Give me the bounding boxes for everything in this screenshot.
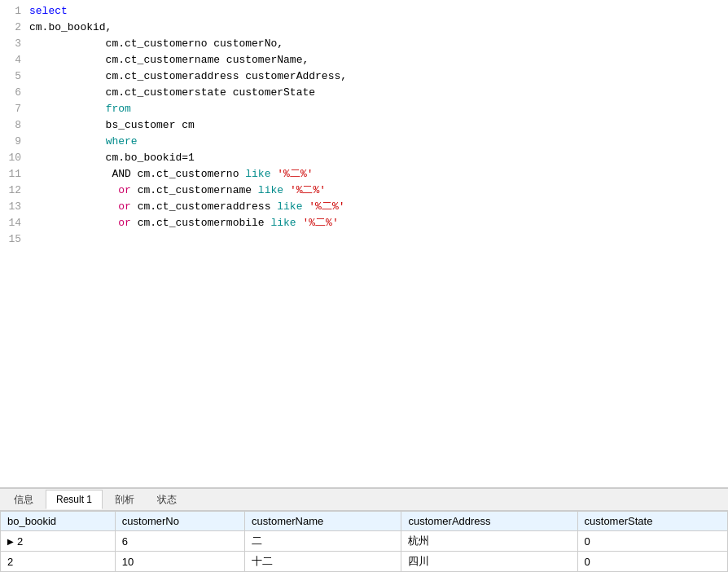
- code-line: 12 or cm.ct_customername like '%二%': [0, 183, 728, 199]
- line-content: cm.ct_customerstate customerState: [29, 85, 728, 101]
- table-cell: 0: [577, 552, 727, 572]
- code-line: 1select: [0, 3, 728, 20]
- table-cell: 10: [115, 552, 244, 572]
- line-content: cm.ct_customerno customerNo,: [29, 36, 728, 52]
- code-line: 5 cm.ct_customeraddress customerAddress,: [0, 68, 728, 85]
- line-number: 10: [0, 150, 29, 166]
- code-line: 11 AND cm.ct_customerno like '%二%': [0, 166, 728, 183]
- column-header-bo_bookid: bo_bookid: [1, 512, 116, 531]
- table-cell: 6: [115, 531, 244, 552]
- code-line: 6 cm.ct_customerstate customerState: [0, 85, 728, 101]
- table-row[interactable]: 210十二四川0: [1, 552, 728, 572]
- line-content: or cm.ct_customermobile like '%二%': [29, 215, 728, 231]
- line-number: 4: [0, 52, 29, 68]
- column-header-customername: customerName: [245, 512, 401, 531]
- line-content: cm.ct_customername customerName,: [29, 52, 728, 68]
- line-number: 3: [0, 36, 29, 52]
- code-line: 9 where: [0, 134, 728, 150]
- line-content: from: [29, 101, 728, 117]
- line-number: 12: [0, 183, 29, 199]
- line-content: cm.ct_customeraddress customerAddress,: [29, 68, 728, 85]
- column-header-customerstate: customerState: [577, 512, 727, 531]
- line-content: AND cm.ct_customerno like '%二%': [29, 166, 728, 183]
- code-line: 2cm.bo_bookid,: [0, 20, 728, 36]
- line-content: or cm.ct_customername like '%二%': [29, 183, 728, 199]
- row-arrow-icon: ▶: [7, 537, 14, 546]
- table-row[interactable]: ▶26二杭州0: [1, 531, 728, 552]
- table-cell: 2: [1, 552, 116, 572]
- code-editor[interactable]: 1select2cm.bo_bookid,3 cm.ct_customerno …: [0, 0, 728, 488]
- line-content: where: [29, 134, 728, 150]
- code-line: 14 or cm.ct_customermobile like '%二%': [0, 215, 728, 231]
- line-content: cm.bo_bookid,: [29, 20, 728, 36]
- line-number: 14: [0, 215, 29, 231]
- line-number: 5: [0, 68, 29, 85]
- line-content: cm.bo_bookid=1: [29, 150, 728, 166]
- code-line: 3 cm.ct_customerno customerNo,: [0, 36, 728, 52]
- tab-result-1[interactable]: Result 1: [46, 490, 103, 509]
- line-content: bs_customer cm: [29, 117, 728, 134]
- code-line: 7 from: [0, 101, 728, 117]
- code-line: 15: [0, 231, 728, 248]
- table-cell: 杭州: [401, 531, 577, 552]
- line-content: or cm.ct_customeraddress like '%二%': [29, 199, 728, 215]
- table-cell: 0: [577, 531, 727, 552]
- result-area[interactable]: bo_bookidcustomerNocustomerNamecustomerA…: [0, 511, 728, 572]
- code-line: 8 bs_customer cm: [0, 117, 728, 134]
- line-number: 13: [0, 199, 29, 215]
- table-cell: ▶2: [1, 531, 116, 552]
- line-number: 15: [0, 231, 29, 248]
- table-cell: 四川: [401, 552, 577, 572]
- line-number: 6: [0, 85, 29, 101]
- table-cell: 二: [245, 531, 401, 552]
- column-header-customeraddress: customerAddress: [401, 512, 577, 531]
- code-line: 13 or cm.ct_customeraddress like '%二%': [0, 199, 728, 215]
- line-number: 7: [0, 101, 29, 117]
- tab-状态[interactable]: 状态: [147, 490, 187, 509]
- code-line: 10 cm.bo_bookid=1: [0, 150, 728, 166]
- tab-剖析[interactable]: 剖析: [104, 490, 145, 509]
- tabs-bar: 信息Result 1剖析状态: [0, 488, 728, 511]
- line-number: 2: [0, 20, 29, 36]
- line-content: select: [29, 3, 728, 20]
- column-header-customerno: customerNo: [115, 512, 244, 531]
- code-line: 4 cm.ct_customername customerName,: [0, 52, 728, 68]
- table-cell: 十二: [245, 552, 401, 572]
- tab-信息[interactable]: 信息: [3, 490, 44, 509]
- line-number: 8: [0, 117, 29, 134]
- result-table: bo_bookidcustomerNocustomerNamecustomerA…: [0, 511, 728, 572]
- line-number: 9: [0, 134, 29, 150]
- line-number: 11: [0, 166, 29, 183]
- line-number: 1: [0, 3, 29, 20]
